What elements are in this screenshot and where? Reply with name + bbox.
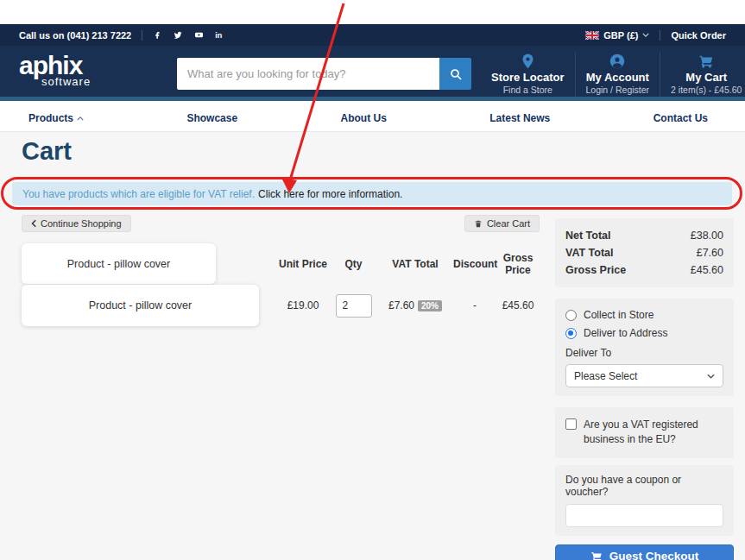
deliver-to-select[interactable]: Please Select — [565, 364, 723, 387]
main-nav: Products Showcase About Us Latest News C… — [0, 105, 745, 132]
vat-business-checkbox[interactable] — [565, 418, 577, 430]
search-input[interactable] — [177, 58, 439, 90]
divider — [142, 30, 142, 41]
quick-order-link[interactable]: Quick Order — [671, 30, 726, 41]
action-sublabel: Find a Store — [491, 85, 565, 95]
nav-item-contact-us[interactable]: Contact Us — [653, 112, 708, 124]
my-cart-button[interactable]: My Cart 2 item(s) - £45.60 — [660, 52, 745, 97]
notice-more-info-link[interactable]: Click here for more information. — [258, 188, 402, 200]
cart-table-section: Continue Shopping Clear Cart Product - p… — [22, 215, 540, 560]
summary-label: Gross Price — [565, 264, 626, 276]
action-sublabel: 2 item(s) - £45.60 — [671, 85, 742, 95]
twitter-icon[interactable] — [173, 30, 183, 40]
chevron-down-icon — [707, 374, 715, 379]
summary-label: Net Total — [565, 230, 611, 242]
product-name[interactable]: Product - pillow cover — [22, 285, 259, 326]
trash-icon — [474, 219, 483, 229]
button-label: Clear Cart — [487, 218, 530, 229]
action-sublabel: Login / Register — [586, 85, 650, 95]
divider — [660, 30, 660, 41]
deliver-to-label: Deliver To — [565, 347, 723, 359]
option-label: Deliver to Address — [584, 327, 667, 339]
vat-business-panel: Are you a VAT registered business in the… — [555, 407, 734, 458]
button-label: Guest Checkout — [609, 550, 699, 560]
coupon-panel: Do you have a coupon or voucher? — [555, 465, 734, 536]
page-body: Cart You have products which are eligibl… — [0, 132, 745, 560]
vat-total-value: £7.60 — [388, 299, 414, 311]
main-header: aphix software Store Locator Find a Stor… — [0, 46, 745, 101]
deliver-to-address-option[interactable]: Deliver to Address — [565, 327, 723, 339]
nav-label: Contact Us — [653, 112, 708, 124]
action-label: My Cart — [671, 71, 742, 84]
select-value: Please Select — [574, 370, 637, 382]
delivery-panel: Collect in Store Deliver to Address Deli… — [555, 299, 734, 396]
column-header-qty: Qty — [330, 258, 377, 270]
option-label: Collect in Store — [584, 309, 653, 321]
cart-row: Product - pillow cover £19.00 £7.60 20% … — [22, 285, 540, 326]
phone-link[interactable]: Call us on (041) 213 7222 — [19, 30, 131, 41]
store-locator-button[interactable]: Store Locator Find a Store — [481, 52, 575, 97]
nav-item-about-us[interactable]: About Us — [341, 112, 387, 124]
gross-price-value: £45.60 — [496, 299, 540, 311]
cart-icon — [698, 53, 715, 69]
summary-row: VAT Total £7.60 — [565, 244, 723, 261]
currency-label: GBP (£) — [603, 30, 638, 41]
collect-in-store-option[interactable]: Collect in Store — [565, 309, 723, 321]
quantity-input[interactable] — [336, 294, 372, 318]
nav-label: Products — [28, 112, 73, 124]
logo-subtext: software — [41, 75, 91, 88]
unit-price-value: £19.00 — [276, 299, 330, 311]
uk-flag-icon — [585, 31, 599, 40]
totals-panel: Net Total £38.00 VAT Total £7.60 Gross P… — [555, 218, 734, 287]
summary-label: VAT Total — [565, 247, 614, 259]
column-header-unit-price: Unit Price — [276, 258, 330, 270]
clear-cart-button[interactable]: Clear Cart — [464, 215, 540, 232]
cart-page: Call us on (041) 213 7222 in GBP (£) Qui… — [0, 0, 745, 560]
summary-row: Gross Price £45.60 — [565, 261, 723, 279]
nav-item-products[interactable]: Products — [28, 112, 84, 124]
column-header-gross-price: Gross Price — [496, 252, 540, 276]
page-title: Cart — [22, 137, 72, 166]
my-account-button[interactable]: My Account Login / Register — [575, 52, 660, 97]
vat-business-question: Are you a VAT registered business in the… — [584, 418, 722, 448]
radio-unselected-icon[interactable] — [565, 310, 577, 321]
user-circle-icon — [609, 53, 625, 69]
guest-checkout-button[interactable]: Guest Checkout — [555, 544, 734, 560]
nav-label: About Us — [341, 112, 387, 124]
product-column-header: Product - pillow cover — [22, 243, 216, 284]
summary-value: £45.60 — [691, 264, 723, 276]
facebook-icon[interactable] — [153, 30, 162, 40]
column-header-vat-total: VAT Total — [377, 258, 453, 270]
map-pin-icon — [521, 53, 534, 69]
linkedin-icon[interactable]: in — [215, 31, 222, 40]
vat-rate-badge: 20% — [418, 300, 442, 311]
summary-row: Net Total £38.00 — [565, 227, 723, 244]
summary-value: £38.00 — [691, 230, 723, 242]
nav-item-showcase[interactable]: Showcase — [186, 112, 237, 124]
button-label: Continue Shopping — [41, 218, 122, 229]
chevron-up-icon — [77, 116, 84, 121]
notice-message: You have products which are eligible for… — [22, 188, 255, 200]
aphix-logo[interactable]: aphix software — [19, 53, 91, 88]
search-bar — [177, 58, 471, 90]
coupon-input[interactable] — [565, 504, 723, 527]
radio-selected-icon[interactable] — [565, 328, 577, 339]
cart-table-header: Product - pillow cover Unit Price Qty VA… — [22, 243, 540, 284]
search-button[interactable] — [439, 58, 471, 90]
chevron-left-icon — [31, 219, 36, 228]
column-header-discount: Discount — [453, 258, 496, 270]
top-utility-bar: Call us on (041) 213 7222 in GBP (£) Qui… — [0, 24, 745, 46]
checkout-sidebar: Net Total £38.00 VAT Total £7.60 Gross P… — [555, 218, 734, 560]
nav-item-latest-news[interactable]: Latest News — [489, 112, 550, 124]
nav-label: Latest News — [489, 112, 550, 124]
vat-relief-notice: You have products which are eligible for… — [12, 182, 732, 205]
currency-selector[interactable]: GBP (£) — [585, 30, 649, 41]
summary-value: £7.60 — [697, 247, 723, 259]
chevron-down-icon — [642, 33, 649, 37]
nav-label: Showcase — [186, 112, 237, 124]
cart-icon — [590, 551, 603, 560]
header-actions: Store Locator Find a Store My Account Lo… — [481, 52, 745, 97]
action-label: Store Locator — [491, 71, 565, 84]
continue-shopping-button[interactable]: Continue Shopping — [22, 215, 131, 232]
youtube-icon[interactable] — [193, 30, 205, 40]
